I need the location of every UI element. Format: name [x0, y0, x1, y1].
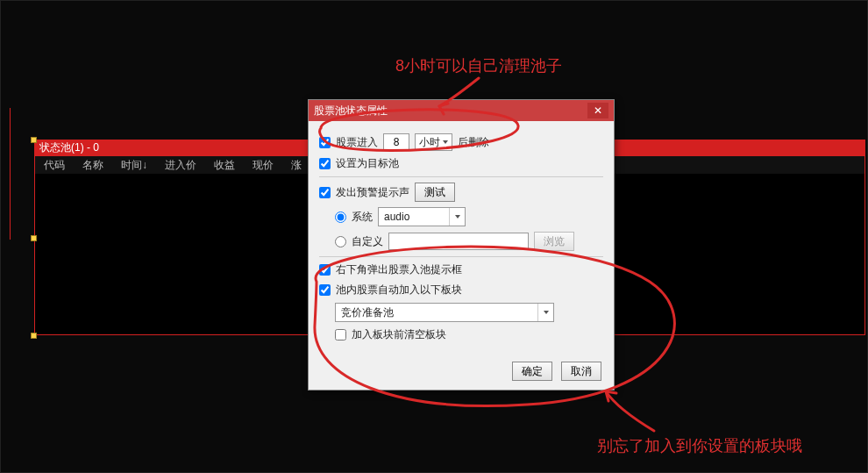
dialog-body: 股票进入 小时 后删除 设置为目标池 发出预警提示声 测试 [309, 121, 614, 355]
clear-plate-label: 加入板块前清空板块 [352, 327, 446, 342]
alert-sound-row: 发出预警提示声 测试 [319, 183, 603, 202]
panel-title: 状态池(1) - 0 [39, 141, 99, 154]
custom-audio-radio[interactable] [335, 236, 346, 247]
close-button[interactable]: ✕ [587, 103, 608, 118]
test-button-label: 测试 [424, 185, 445, 200]
alert-sound-label: 发出预警提示声 [336, 185, 409, 200]
test-sound-button[interactable]: 测试 [415, 183, 455, 202]
custom-audio-label: 自定义 [352, 234, 383, 249]
popup-checkbox[interactable] [319, 264, 331, 276]
custom-audio-row: 自定义 浏览 [335, 232, 603, 251]
separator [319, 176, 603, 177]
delete-hours-input[interactable] [383, 133, 409, 151]
set-target-checkbox[interactable] [319, 158, 331, 169]
annotation-bottom: 别忘了加入到你设置的板块哦 [597, 435, 802, 456]
browse-button[interactable]: 浏览 [534, 232, 574, 251]
browse-button-label: 浏览 [544, 234, 565, 249]
resize-handle[interactable] [31, 137, 37, 143]
connector-line [10, 108, 11, 240]
delete-after-checkbox[interactable] [319, 137, 331, 148]
system-audio-row: 系统 audio [335, 207, 603, 226]
plate-value: 竞价准备池 [336, 305, 537, 320]
col-current-price: 现价 [253, 158, 274, 173]
annotation-top: 8小时可以自己清理池子 [395, 55, 562, 76]
time-unit-value: 小时 [419, 135, 440, 150]
audio-chevron [449, 208, 465, 226]
separator [319, 256, 603, 257]
delete-prefix-label: 股票进入 [336, 135, 378, 150]
col-entry-price: 进入价 [165, 158, 196, 173]
clear-plate-checkbox[interactable] [335, 329, 346, 340]
ok-button[interactable]: 确定 [512, 362, 552, 381]
cancel-button-label: 取消 [571, 364, 592, 379]
close-icon: ✕ [594, 104, 602, 117]
system-audio-radio[interactable] [335, 211, 346, 223]
set-target-row: 设置为目标池 [319, 156, 603, 171]
popup-row: 右下角弹出股票入池提示框 [319, 262, 603, 277]
col-time: 时间↓ [121, 158, 147, 173]
ok-button-label: 确定 [522, 364, 543, 379]
system-audio-label: 系统 [352, 210, 373, 225]
col-change: 涨 [291, 158, 302, 173]
chevron-down-icon [455, 215, 460, 219]
auto-add-row: 池内股票自动加入以下板块 [319, 283, 603, 297]
col-code: 代码 [44, 158, 65, 173]
resize-handle[interactable] [31, 333, 37, 339]
dialog-title-text: 股票池状态属性 [314, 104, 388, 118]
chevron-down-icon [443, 140, 448, 144]
clear-plate-row: 加入板块前清空板块 [335, 327, 603, 342]
auto-add-label: 池内股票自动加入以下板块 [336, 283, 462, 297]
resize-handle[interactable] [31, 235, 37, 241]
plate-select-row: 竞价准备池 [335, 303, 603, 322]
app-canvas: 状态池(1) - 0 代码 名称 时间↓ 进入价 收益 现价 涨 股票池状态属性… [0, 0, 868, 473]
audio-select[interactable]: audio [378, 207, 466, 226]
custom-audio-path-input[interactable] [388, 233, 529, 250]
set-target-label: 设置为目标池 [336, 156, 399, 171]
auto-add-checkbox[interactable] [319, 284, 331, 296]
popup-label: 右下角弹出股票入池提示框 [336, 262, 462, 277]
col-name: 名称 [82, 158, 103, 173]
plate-chevron [537, 304, 553, 321]
delete-after-row: 股票进入 小时 后删除 [319, 133, 603, 151]
audio-value: audio [379, 211, 449, 223]
dialog-footer: 确定 取消 [309, 355, 614, 390]
time-unit-select[interactable]: 小时 [415, 133, 452, 151]
pool-properties-dialog: 股票池状态属性 ✕ 股票进入 小时 后删除 设置为目标池 [308, 99, 615, 391]
dialog-titlebar[interactable]: 股票池状态属性 ✕ [309, 100, 614, 121]
alert-sound-checkbox[interactable] [319, 187, 331, 198]
plate-select[interactable]: 竞价准备池 [335, 303, 554, 322]
chevron-down-icon [544, 311, 549, 314]
delete-suffix-label: 后删除 [458, 135, 489, 150]
cancel-button[interactable]: 取消 [561, 362, 601, 381]
col-profit: 收益 [214, 158, 235, 173]
